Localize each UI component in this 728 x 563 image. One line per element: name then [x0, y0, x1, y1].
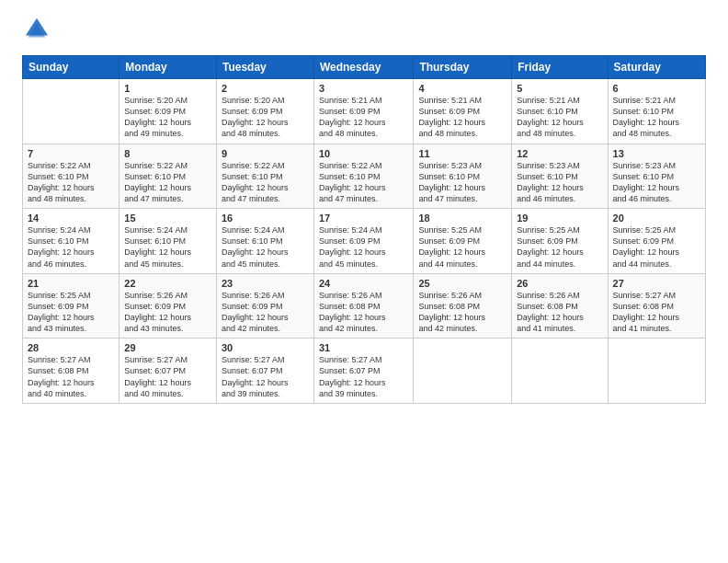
calendar-cell: 14Sunrise: 5:24 AM Sunset: 6:10 PM Dayli…: [23, 209, 119, 274]
day-info: Sunrise: 5:21 AM Sunset: 6:09 PM Dayligh…: [418, 95, 506, 140]
day-info: Sunrise: 5:23 AM Sunset: 6:10 PM Dayligh…: [517, 160, 602, 205]
day-number: 29: [124, 342, 211, 353]
day-info: Sunrise: 5:22 AM Sunset: 6:10 PM Dayligh…: [124, 160, 211, 205]
day-number: 27: [613, 278, 700, 289]
calendar-cell: [608, 339, 705, 404]
day-number: 9: [222, 148, 309, 159]
day-number: 17: [319, 213, 408, 224]
day-number: 22: [124, 278, 211, 289]
calendar-cell: 28Sunrise: 5:27 AM Sunset: 6:08 PM Dayli…: [23, 339, 119, 404]
calendar-cell: 16Sunrise: 5:24 AM Sunset: 6:10 PM Dayli…: [216, 209, 313, 274]
calendar-cell: 27Sunrise: 5:27 AM Sunset: 6:08 PM Dayli…: [608, 273, 705, 339]
calendar-cell: 11Sunrise: 5:23 AM Sunset: 6:10 PM Dayli…: [414, 144, 512, 209]
day-number: 21: [28, 278, 114, 289]
day-info: Sunrise: 5:24 AM Sunset: 6:10 PM Dayligh…: [222, 224, 309, 270]
calendar-cell: [512, 339, 608, 404]
calendar-cell: 26Sunrise: 5:26 AM Sunset: 6:08 PM Dayli…: [512, 273, 608, 339]
day-info: Sunrise: 5:22 AM Sunset: 6:10 PM Dayligh…: [222, 160, 309, 205]
calendar-cell: 21Sunrise: 5:25 AM Sunset: 6:09 PM Dayli…: [23, 273, 119, 339]
day-number: 10: [319, 148, 408, 159]
day-number: 19: [517, 213, 602, 224]
calendar-cell: 10Sunrise: 5:22 AM Sunset: 6:10 PM Dayli…: [313, 144, 413, 209]
calendar-cell: 9Sunrise: 5:22 AM Sunset: 6:10 PM Daylig…: [216, 144, 313, 209]
calendar-week-5: 28Sunrise: 5:27 AM Sunset: 6:08 PM Dayli…: [23, 339, 706, 404]
calendar-cell: 8Sunrise: 5:22 AM Sunset: 6:10 PM Daylig…: [119, 144, 217, 209]
calendar-week-2: 7Sunrise: 5:22 AM Sunset: 6:10 PM Daylig…: [23, 144, 706, 209]
day-number: 24: [319, 278, 408, 289]
calendar-header-tuesday: Tuesday: [216, 56, 313, 79]
calendar-header-wednesday: Wednesday: [313, 56, 413, 79]
calendar-week-1: 1Sunrise: 5:20 AM Sunset: 6:09 PM Daylig…: [23, 79, 706, 144]
day-info: Sunrise: 5:22 AM Sunset: 6:10 PM Dayligh…: [28, 160, 114, 205]
page: SundayMondayTuesdayWednesdayThursdayFrid…: [0, 0, 728, 563]
calendar-cell: 22Sunrise: 5:26 AM Sunset: 6:09 PM Dayli…: [119, 273, 217, 339]
day-info: Sunrise: 5:27 AM Sunset: 6:08 PM Dayligh…: [613, 290, 700, 335]
calendar-cell: [23, 79, 119, 144]
logo: [22, 17, 50, 46]
day-info: Sunrise: 5:22 AM Sunset: 6:10 PM Dayligh…: [319, 160, 408, 205]
calendar-cell: 6Sunrise: 5:21 AM Sunset: 6:10 PM Daylig…: [608, 79, 705, 144]
day-info: Sunrise: 5:27 AM Sunset: 6:07 PM Dayligh…: [124, 354, 211, 399]
calendar-cell: 13Sunrise: 5:23 AM Sunset: 6:10 PM Dayli…: [608, 144, 705, 209]
day-number: 14: [28, 213, 114, 224]
day-number: 11: [418, 148, 506, 159]
day-number: 2: [222, 83, 309, 94]
calendar-cell: 23Sunrise: 5:26 AM Sunset: 6:09 PM Dayli…: [216, 273, 313, 339]
day-number: 5: [517, 83, 602, 94]
calendar-cell: 17Sunrise: 5:24 AM Sunset: 6:09 PM Dayli…: [313, 209, 413, 274]
day-number: 8: [124, 148, 211, 159]
calendar-cell: 31Sunrise: 5:27 AM Sunset: 6:07 PM Dayli…: [313, 339, 413, 404]
day-info: Sunrise: 5:21 AM Sunset: 6:09 PM Dayligh…: [319, 95, 408, 140]
day-info: Sunrise: 5:26 AM Sunset: 6:09 PM Dayligh…: [124, 290, 211, 335]
calendar-cell: [414, 339, 512, 404]
day-info: Sunrise: 5:20 AM Sunset: 6:09 PM Dayligh…: [124, 95, 211, 140]
day-number: 16: [222, 213, 309, 224]
calendar-cell: 19Sunrise: 5:25 AM Sunset: 6:09 PM Dayli…: [512, 209, 608, 274]
day-number: 6: [613, 83, 700, 94]
calendar-cell: 20Sunrise: 5:25 AM Sunset: 6:09 PM Dayli…: [608, 209, 705, 274]
calendar-header-saturday: Saturday: [608, 56, 705, 79]
calendar-cell: 25Sunrise: 5:26 AM Sunset: 6:08 PM Dayli…: [414, 273, 512, 339]
day-number: 7: [28, 148, 114, 159]
calendar-cell: 12Sunrise: 5:23 AM Sunset: 6:10 PM Dayli…: [512, 144, 608, 209]
day-info: Sunrise: 5:21 AM Sunset: 6:10 PM Dayligh…: [517, 95, 602, 140]
calendar-cell: 24Sunrise: 5:26 AM Sunset: 6:08 PM Dayli…: [313, 273, 413, 339]
calendar-header-sunday: Sunday: [23, 56, 119, 79]
calendar-week-4: 21Sunrise: 5:25 AM Sunset: 6:09 PM Dayli…: [23, 273, 706, 339]
day-number: 12: [517, 148, 602, 159]
day-info: Sunrise: 5:26 AM Sunset: 6:08 PM Dayligh…: [517, 290, 602, 335]
calendar-header-friday: Friday: [512, 56, 608, 79]
calendar-cell: 1Sunrise: 5:20 AM Sunset: 6:09 PM Daylig…: [119, 79, 217, 144]
day-number: 26: [517, 278, 602, 289]
day-number: 20: [613, 213, 700, 224]
calendar-cell: 18Sunrise: 5:25 AM Sunset: 6:09 PM Dayli…: [414, 209, 512, 274]
day-number: 18: [418, 213, 506, 224]
day-info: Sunrise: 5:24 AM Sunset: 6:09 PM Dayligh…: [319, 224, 408, 270]
day-info: Sunrise: 5:25 AM Sunset: 6:09 PM Dayligh…: [418, 224, 506, 270]
day-number: 3: [319, 83, 408, 94]
calendar: SundayMondayTuesdayWednesdayThursdayFrid…: [22, 55, 706, 404]
day-info: Sunrise: 5:25 AM Sunset: 6:09 PM Dayligh…: [517, 224, 602, 270]
calendar-cell: 29Sunrise: 5:27 AM Sunset: 6:07 PM Dayli…: [119, 339, 217, 404]
day-number: 23: [222, 278, 309, 289]
day-number: 28: [28, 342, 114, 353]
calendar-header-thursday: Thursday: [414, 56, 512, 79]
day-info: Sunrise: 5:25 AM Sunset: 6:09 PM Dayligh…: [28, 290, 114, 335]
day-info: Sunrise: 5:27 AM Sunset: 6:08 PM Dayligh…: [28, 354, 114, 399]
calendar-cell: 2Sunrise: 5:20 AM Sunset: 6:09 PM Daylig…: [216, 79, 313, 144]
day-info: Sunrise: 5:26 AM Sunset: 6:08 PM Dayligh…: [418, 290, 506, 335]
day-number: 25: [418, 278, 506, 289]
day-info: Sunrise: 5:25 AM Sunset: 6:09 PM Dayligh…: [613, 224, 700, 270]
calendar-cell: 4Sunrise: 5:21 AM Sunset: 6:09 PM Daylig…: [414, 79, 512, 144]
day-number: 4: [418, 83, 506, 94]
day-number: 1: [124, 83, 211, 94]
day-info: Sunrise: 5:23 AM Sunset: 6:10 PM Dayligh…: [613, 160, 700, 205]
logo-icon: [24, 17, 50, 42]
calendar-header-row: SundayMondayTuesdayWednesdayThursdayFrid…: [23, 56, 706, 79]
calendar-week-3: 14Sunrise: 5:24 AM Sunset: 6:10 PM Dayli…: [23, 209, 706, 274]
calendar-cell: 7Sunrise: 5:22 AM Sunset: 6:10 PM Daylig…: [23, 144, 119, 209]
day-info: Sunrise: 5:20 AM Sunset: 6:09 PM Dayligh…: [222, 95, 309, 140]
day-number: 13: [613, 148, 700, 159]
calendar-cell: 15Sunrise: 5:24 AM Sunset: 6:10 PM Dayli…: [119, 209, 217, 274]
day-number: 30: [222, 342, 309, 353]
